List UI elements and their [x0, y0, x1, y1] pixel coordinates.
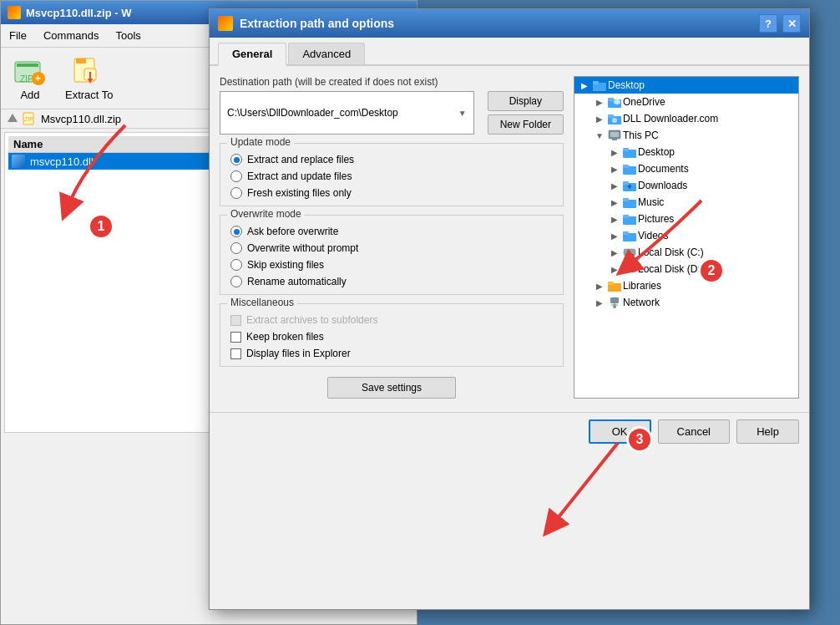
path-dropdown-arrow[interactable]: ▼ [458, 109, 467, 118]
close-title-button[interactable]: ✕ [782, 14, 801, 33]
svg-text:+: + [35, 73, 41, 84]
radio-overwrite-0[interactable] [230, 226, 242, 237]
radio-overwrite-1[interactable] [230, 242, 242, 254]
tree-item-dll[interactable]: ▶ DLL Downloader.com [574, 110, 798, 127]
expander-onedrive[interactable]: ▶ [593, 95, 606, 109]
overwrite-option-3[interactable]: Rename automatically [230, 276, 553, 287]
new-folder-button[interactable]: New Folder [488, 114, 564, 135]
tree-label-onedrive: OneDrive [623, 96, 665, 108]
misc-options: Extract archives to subfolders Keep brok… [230, 311, 553, 359]
svg-rect-6 [76, 58, 86, 64]
tree-label-music: Music [638, 196, 664, 208]
overwrite-option-0[interactable]: Ask before overwrite [230, 226, 553, 237]
help-title-button[interactable]: ? [759, 14, 777, 33]
network-icon [608, 297, 621, 308]
expander-dll[interactable]: ▶ [593, 112, 606, 125]
tree-view[interactable]: ▶ Desktop ▶ OneDrive ▶ DLL Downloader.co… [574, 76, 799, 399]
folder-icon-onedrive [608, 96, 621, 108]
update-option-1[interactable]: Extract and update files [230, 170, 553, 182]
menu-tools[interactable]: Tools [107, 27, 149, 44]
tree-item-downloads[interactable]: ▶ Downloads [574, 177, 798, 194]
expander-libraries[interactable]: ▶ [593, 279, 606, 292]
expander-desktop-sub[interactable]: ▶ [608, 145, 621, 159]
save-settings-button[interactable]: Save settings [327, 377, 456, 399]
display-button[interactable]: Display [488, 91, 564, 111]
expander-videos[interactable]: ▶ [608, 229, 621, 242]
extract-icon [73, 55, 106, 89]
checkbox-misc-1[interactable] [230, 332, 241, 343]
tree-label-dll: DLL Downloader.com [623, 113, 718, 124]
add-button[interactable]: ZIP + Add [6, 51, 54, 105]
misc-option-0-label: Extract archives to subfolders [246, 314, 377, 326]
radio-overwrite-3[interactable] [230, 276, 242, 287]
misc-title: Miscellaneous [227, 297, 297, 308]
expander-downloads[interactable]: ▶ [608, 179, 621, 192]
radio-overwrite-2[interactable] [230, 259, 242, 271]
update-option-0-label: Extract and replace files [247, 154, 354, 165]
overwrite-option-1-label: Overwrite without prompt [247, 242, 358, 254]
overwrite-mode-options: Ask before overwrite Overwrite without p… [230, 222, 553, 287]
tree-label-downloads: Downloads [638, 180, 687, 191]
expander-documents[interactable]: ▶ [608, 162, 621, 175]
dialog-title: Extraction path and options [240, 17, 394, 30]
tree-item-desktop-sub[interactable]: ▶ Desktop [574, 144, 798, 160]
misc-option-1[interactable]: Keep broken files [230, 331, 553, 343]
menu-commands[interactable]: Commands [35, 27, 107, 44]
tree-item-thispc[interactable]: ▼ This PC [574, 127, 798, 144]
update-option-1-label: Extract and update files [247, 170, 352, 182]
tree-item-documents[interactable]: ▶ Documents [574, 160, 798, 177]
update-option-2-label: Fresh existing files only [247, 187, 352, 199]
update-option-2[interactable]: Fresh existing files only [230, 187, 553, 199]
svg-point-45 [613, 305, 616, 308]
svg-rect-41 [625, 271, 634, 272]
svg-rect-25 [623, 148, 629, 151]
zip-icon: ZIP [23, 112, 38, 125]
tree-item-diskd[interactable]: ▶ Local Disk (D:) [574, 261, 798, 277]
cancel-button[interactable]: Cancel [658, 419, 730, 444]
update-option-0[interactable]: Extract and replace files [230, 154, 553, 165]
tree-item-network[interactable]: ▶ Network [574, 294, 798, 311]
menu-file[interactable]: File [1, 27, 35, 44]
tree-item-diskc[interactable]: ▶ Local Disk (C:) [574, 244, 798, 261]
tree-item-pictures[interactable]: ▶ Pictures [574, 211, 798, 227]
svg-rect-31 [629, 187, 630, 189]
expander-music[interactable]: ▶ [608, 196, 621, 209]
overwrite-option-2[interactable]: Skip existing files [230, 259, 553, 271]
radio-update-1[interactable] [230, 170, 242, 182]
folder-icon-downloads [623, 180, 636, 191]
radio-update-2[interactable] [230, 187, 242, 199]
svg-rect-19 [608, 114, 614, 118]
tree-label-diskd: Local Disk (D:) [638, 263, 704, 275]
add-label: Add [20, 89, 39, 101]
expander-desktop[interactable]: ▶ [578, 79, 591, 92]
path-input[interactable]: C:\Users\DllDownloader_com\Desktop ▼ [220, 91, 474, 135]
tab-general[interactable]: General [218, 43, 286, 66]
address-text: Msvcp110.dll.zip [41, 113, 121, 125]
expander-network[interactable]: ▶ [593, 296, 606, 309]
svg-rect-44 [610, 297, 619, 303]
tree-item-videos[interactable]: ▶ Videos [574, 227, 798, 244]
overwrite-option-1[interactable]: Overwrite without prompt [230, 242, 553, 254]
expander-pictures[interactable]: ▶ [608, 212, 621, 226]
tree-item-onedrive[interactable]: ▶ OneDrive [574, 94, 798, 110]
svg-rect-35 [623, 215, 629, 218]
expander-thispc[interactable]: ▼ [593, 129, 606, 142]
help-button[interactable]: Help [736, 419, 799, 444]
expander-diskd[interactable]: ▶ [608, 262, 621, 276]
checkbox-misc-2[interactable] [230, 348, 241, 359]
tree-item-libraries[interactable]: ▶ Libraries [574, 277, 798, 294]
radio-update-0[interactable] [230, 154, 242, 165]
misc-option-2[interactable]: Display files in Explorer [230, 348, 553, 359]
folder-icon-libraries [608, 280, 621, 292]
expander-diskc[interactable]: ▶ [608, 246, 621, 259]
tree-label-desktop-top: Desktop [608, 79, 645, 91]
svg-text:ZIP: ZIP [20, 74, 33, 84]
svg-point-17 [614, 99, 620, 104]
dialog-icon [218, 16, 233, 31]
extract-to-button[interactable]: Extract To [58, 51, 121, 105]
tree-item-music[interactable]: ▶ Music [574, 194, 798, 211]
overwrite-option-0-label: Ask before overwrite [247, 226, 338, 237]
tab-advanced[interactable]: Advanced [288, 43, 365, 64]
folder-icon-pictures [623, 213, 636, 225]
tree-item-desktop-top[interactable]: ▶ Desktop [574, 77, 798, 94]
